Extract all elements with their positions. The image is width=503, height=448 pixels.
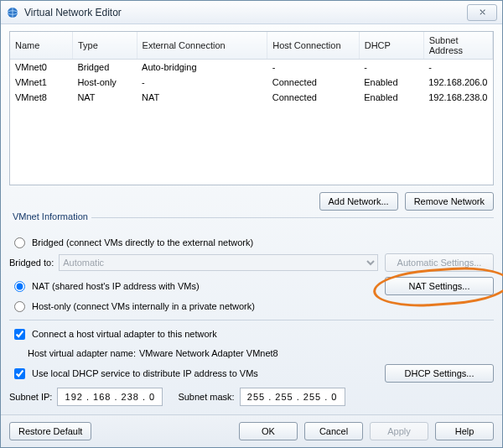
footer: Restore Default OK Cancel Apply Help bbox=[1, 414, 502, 447]
table-row[interactable]: VMnet8NATNATConnectedEnabled192.168.238.… bbox=[10, 90, 493, 105]
cell-name: VMnet8 bbox=[10, 90, 72, 105]
titlebar: Virtual Network Editor ⤬ bbox=[1, 1, 502, 24]
radio-hostonly-label: Host-only (connect VMs internally in a p… bbox=[32, 301, 255, 311]
checkbox-dhcp[interactable] bbox=[14, 368, 25, 379]
cell-ext: Auto-bridging bbox=[137, 60, 267, 76]
col-subnet[interactable]: Subnet Address bbox=[423, 32, 492, 60]
radio-bridged-label: Bridged (connect VMs directly to the ext… bbox=[32, 237, 253, 247]
col-type[interactable]: Type bbox=[72, 32, 137, 60]
cell-dhcp: Enabled bbox=[359, 75, 423, 90]
cell-subnet: 192.168.206.0 bbox=[423, 75, 492, 90]
cell-name: VMnet1 bbox=[10, 75, 72, 90]
subnet-ip-input[interactable] bbox=[57, 388, 163, 406]
host-adapter-name-value: VMware Network Adapter VMnet8 bbox=[139, 348, 278, 358]
cell-type: Bridged bbox=[72, 60, 137, 76]
add-network-button[interactable]: Add Network... bbox=[319, 192, 398, 211]
col-ext[interactable]: External Connection bbox=[137, 32, 267, 60]
restore-default-button[interactable]: Restore Default bbox=[9, 422, 91, 440]
bridged-to-label: Bridged to: bbox=[9, 258, 54, 268]
automatic-settings-button: Automatic Settings... bbox=[385, 253, 494, 272]
checkbox-dhcp-label: Use local DHCP service to distribute IP … bbox=[32, 368, 258, 378]
virtual-network-editor-window: Virtual Network Editor ⤬ Name Type Exter… bbox=[0, 0, 503, 448]
window-title: Virtual Network Editor bbox=[24, 7, 122, 18]
cell-ext: - bbox=[137, 75, 267, 90]
radio-hostonly[interactable] bbox=[14, 301, 25, 312]
cell-subnet: 192.168.238.0 bbox=[423, 90, 492, 105]
nat-settings-button[interactable]: NAT Settings... bbox=[385, 277, 494, 295]
cancel-button[interactable]: Cancel bbox=[304, 422, 363, 440]
remove-network-button[interactable]: Remove Network bbox=[405, 192, 494, 211]
apply-button: Apply bbox=[370, 422, 428, 440]
cell-type: NAT bbox=[72, 90, 137, 105]
col-host[interactable]: Host Connection bbox=[267, 32, 360, 60]
radio-bridged[interactable] bbox=[14, 237, 25, 248]
radio-nat-label: NAT (shared host's IP address with VMs) bbox=[32, 281, 200, 291]
network-table[interactable]: Name Type External Connection Host Conne… bbox=[9, 31, 494, 185]
cell-type: Host-only bbox=[72, 75, 137, 90]
cell-dhcp: - bbox=[359, 60, 423, 76]
dhcp-settings-button[interactable]: DHCP Settings... bbox=[385, 364, 494, 383]
bridged-to-select: Automatic bbox=[59, 254, 378, 271]
help-button[interactable]: Help bbox=[435, 422, 494, 440]
cell-host: Connected bbox=[267, 90, 360, 105]
vmnet-information-group: VMnet Information Bridged (connect VMs d… bbox=[9, 217, 494, 406]
radio-nat[interactable] bbox=[14, 281, 25, 292]
col-name[interactable]: Name bbox=[10, 32, 72, 60]
cell-host: - bbox=[267, 60, 360, 76]
cell-dhcp: Enabled bbox=[359, 90, 423, 105]
ok-button[interactable]: OK bbox=[239, 422, 298, 440]
cell-host: Connected bbox=[267, 75, 360, 90]
close-button[interactable]: ⤬ bbox=[467, 4, 497, 21]
col-dhcp[interactable]: DHCP bbox=[359, 32, 423, 60]
cell-ext: NAT bbox=[137, 90, 267, 105]
subnet-ip-label: Subnet IP: bbox=[9, 392, 52, 402]
close-icon: ⤬ bbox=[479, 7, 486, 18]
checkbox-host-adapter-label: Connect a host virtual adapter to this n… bbox=[32, 329, 217, 339]
cell-subnet: - bbox=[423, 60, 492, 76]
app-icon bbox=[6, 6, 19, 19]
table-row[interactable]: VMnet1Host-only-ConnectedEnabled192.168.… bbox=[10, 75, 493, 90]
checkbox-host-adapter[interactable] bbox=[14, 329, 25, 340]
subnet-mask-input[interactable] bbox=[240, 388, 345, 406]
cell-name: VMnet0 bbox=[10, 60, 72, 76]
group-label: VMnet Information bbox=[9, 211, 91, 221]
table-row[interactable]: VMnet0BridgedAuto-bridging--- bbox=[10, 60, 493, 76]
host-adapter-name-label: Host virtual adapter name: bbox=[28, 348, 136, 358]
subnet-mask-label: Subnet mask: bbox=[178, 392, 234, 402]
